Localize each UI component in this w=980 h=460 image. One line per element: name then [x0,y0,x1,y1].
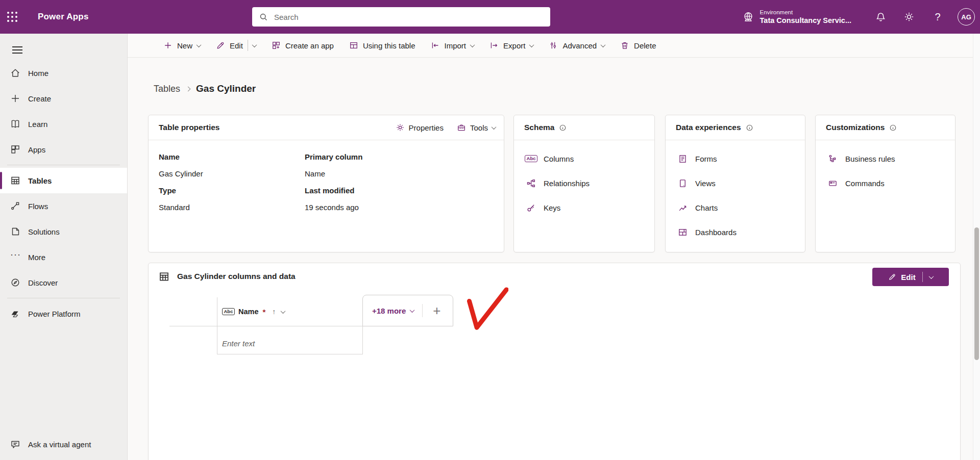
page-icon [677,178,688,188]
waffle-menu-button[interactable] [0,0,24,34]
settings-button[interactable] [897,5,921,29]
environment-name: Tata Consultancy Servic... [760,16,851,25]
ellipsis-icon: ··· [10,252,20,262]
sidebar-item-label: Home [28,69,48,78]
help-button[interactable]: ? [926,5,949,29]
sidebar-item-solutions[interactable]: Solutions [0,219,127,244]
properties-button[interactable]: Properties [396,123,444,132]
dashboards-link[interactable]: Dashboards [666,220,805,244]
sidebar-item-learn[interactable]: Learn [0,111,127,137]
sidebar-item-label: Learn [28,120,47,129]
power-platform-icon [10,309,20,319]
chevron-down-icon[interactable] [252,42,257,47]
columns-link[interactable]: Abc Columns [514,146,654,171]
sidebar-item-create[interactable]: Create [0,86,127,111]
charts-link[interactable]: Charts [666,195,805,220]
edit-table-button[interactable]: Edit [872,268,949,286]
add-column-button[interactable]: + [430,305,444,316]
chevron-down-icon[interactable] [281,309,286,314]
breadcrumb-tables-link[interactable]: Tables [154,84,180,94]
divider [922,272,923,282]
info-icon[interactable] [889,124,897,132]
environment-label: Environment [760,9,851,16]
home-icon [10,68,20,78]
data-experiences-card: Data experiences Forms Views Charts Dash… [665,115,805,252]
chevron-down-icon [601,42,606,47]
keys-link[interactable]: Keys [514,195,654,220]
sidebar-divider [7,165,120,165]
vertical-scrollbar[interactable] [973,34,980,460]
tools-button[interactable]: Tools [457,123,496,132]
gear-icon [903,11,915,22]
search-input[interactable] [274,13,550,21]
card-title: Schema [524,123,554,132]
plus-icon [10,93,20,104]
info-icon[interactable] [746,124,753,132]
chevron-down-icon[interactable] [410,308,415,313]
bell-icon [875,12,886,22]
sidebar-item-label: Flows [28,202,48,211]
chevron-down-icon [492,124,497,130]
business-rules-link[interactable]: Business rules [816,146,955,171]
page-title: Gas Cylinder [196,83,256,94]
scrollbar-thumb[interactable] [974,227,979,360]
primary-column-label: Primary column [305,148,362,165]
last-modified-label: Last modified [305,182,362,199]
advanced-label: Advanced [562,41,597,50]
header-actions: Environment Tata Consultancy Servic... ?… [738,0,975,34]
export-button[interactable]: Export [489,41,533,50]
abc-type-icon: Abc [222,308,235,315]
hamburger-button[interactable] [7,41,28,59]
new-row-name-cell[interactable]: Enter text [222,333,360,353]
chevron-down-icon [529,42,534,47]
app-header: Power Apps Environment Tata Consultancy … [0,0,980,34]
properties-label: Properties [409,123,444,132]
waffle-icon [7,12,17,22]
sidebar-item-flows[interactable]: Flows [0,193,127,219]
search-box[interactable] [252,7,550,27]
create-an-app-button[interactable]: Create an app [272,41,334,50]
command-bar: New Edit Create an app Using this table … [128,34,980,58]
breadcrumb: Tables Gas Cylinder [154,83,256,94]
export-label: Export [503,41,525,50]
table-grid-icon [159,271,169,282]
sliders-icon [549,41,558,50]
forms-link[interactable]: Forms [666,146,805,171]
sidebar-item-more[interactable]: ··· More [0,244,127,270]
new-button[interactable]: New [163,41,201,50]
sidebar-item-ask-virtual-agent[interactable]: Ask a virtual agent [0,431,127,457]
section-title: Gas Cylinder columns and data [177,272,296,281]
notifications-button[interactable] [869,5,892,29]
relationships-link[interactable]: Relationships [514,171,654,195]
environment-switcher[interactable]: Environment Tata Consultancy Servic... [738,6,856,29]
advanced-button[interactable]: Advanced [549,41,605,50]
chevron-down-icon[interactable] [928,274,934,279]
import-icon [431,41,440,50]
commands-link[interactable]: Commands [816,171,955,195]
chevron-down-icon [197,42,202,47]
sidebar-item-apps[interactable]: Apps [0,137,127,162]
sidebar-item-label: Tables [28,176,52,185]
sidebar-item-discover[interactable]: Discover [0,270,127,295]
sidebar-item-home[interactable]: Home [0,60,127,86]
avatar[interactable]: AG [958,8,975,25]
customizations-card: Customizations Business rules Commands [815,115,955,252]
name-column-header[interactable]: Abc Name* ↑ [217,297,362,326]
sidebar-item-power-platform[interactable]: Power Platform [0,301,127,326]
delete-button[interactable]: Delete [620,41,656,50]
views-link[interactable]: Views [666,171,805,195]
edit-button[interactable]: Edit [216,40,256,51]
table-icon [10,175,20,186]
tools-label: Tools [470,123,488,132]
command-card-icon [827,178,838,188]
sidebar: Home Create Learn Apps Tables Flows Solu… [0,34,128,460]
delete-label: Delete [634,41,656,50]
sidebar-item-tables[interactable]: Tables [0,168,127,193]
cell-placeholder: Enter text [222,339,255,348]
flowchart-icon [827,154,838,164]
info-icon[interactable] [559,124,567,132]
using-this-table-button[interactable]: Using this table [349,41,415,50]
sidebar-item-label: Power Platform [28,310,81,318]
import-button[interactable]: Import [431,41,475,50]
more-columns-button[interactable]: +18 more [372,306,406,315]
